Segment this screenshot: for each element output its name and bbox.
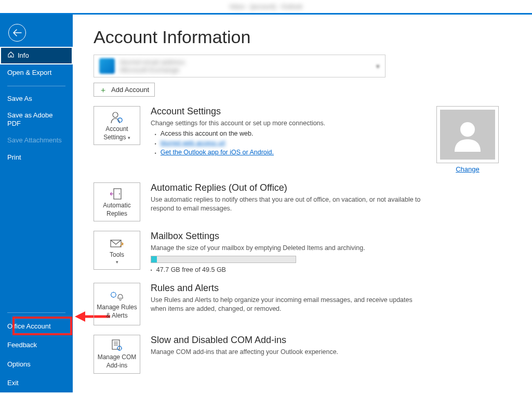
- person-gear-icon: [109, 111, 125, 124]
- section-heading-account-settings: Account Settings: [151, 106, 421, 117]
- sidebar-divider: [7, 312, 65, 313]
- chevron-down-icon: ▾: [376, 62, 380, 70]
- automatic-replies-button[interactable]: Automatic Replies: [94, 182, 140, 221]
- account-type-icon: [99, 58, 115, 74]
- section-heading-mailbox-settings: Mailbox Settings: [151, 231, 421, 242]
- sidebar-item-label: Print: [7, 153, 21, 162]
- sidebar-item-label: Save as Adobe PDF: [7, 111, 65, 128]
- sidebar-item-options[interactable]: Options: [0, 355, 73, 374]
- avatar-placeholder-icon: [440, 110, 495, 160]
- section-desc: Manage COM add-ins that are affecting yo…: [151, 348, 421, 357]
- sidebar-item-save-as[interactable]: Save As: [0, 90, 73, 107]
- sidebar-item-label: Save As: [7, 95, 32, 103]
- section-desc: Manage the size of your mailbox by empty…: [151, 244, 421, 253]
- sidebar-item-office-account[interactable]: Office Account: [0, 317, 73, 336]
- window-title-text: Inbox - [account] - Outlook: [230, 3, 303, 10]
- plus-icon: ＋: [99, 86, 107, 94]
- svg-point-4: [460, 122, 475, 137]
- account-photo-frame: [436, 106, 499, 163]
- sidebar-item-feedback[interactable]: Feedback: [0, 336, 73, 354]
- account-picker-text: blurred email address Microsoft Exchange: [120, 58, 380, 74]
- home-icon: [7, 51, 15, 60]
- page-title: Account Information: [94, 27, 511, 47]
- owa-link[interactable]: blurred web access url: [161, 139, 225, 147]
- get-outlook-app-link[interactable]: Get the Outlook app for iOS or Android.: [161, 149, 274, 156]
- sidebar-item-label: Options: [7, 360, 31, 369]
- content-area: Account Information blurred email addres…: [73, 15, 532, 392]
- bullet-text: Access this account on the web.: [161, 130, 254, 137]
- svg-point-2: [113, 112, 118, 117]
- tools-button[interactable]: Tools ▾: [94, 231, 140, 270]
- sidebar-divider: [7, 86, 65, 86]
- backstage-sidebar: Info Open & Export Save As Save as Adobe…: [0, 15, 73, 392]
- add-account-button[interactable]: ＋ Add Account: [94, 83, 155, 97]
- out-of-office-icon: [109, 187, 125, 201]
- back-button[interactable]: [8, 24, 26, 42]
- sidebar-item-save-attachments: Save Attachments: [0, 132, 73, 149]
- sidebar-item-exit[interactable]: Exit: [0, 374, 73, 392]
- sidebar-item-save-adobe-pdf[interactable]: Save as Adobe PDF: [0, 107, 73, 133]
- sidebar-item-label: Exit: [7, 379, 19, 387]
- manage-rules-button[interactable]: Manage Rules & Alerts: [94, 283, 140, 325]
- mailbox-tools-icon: [109, 237, 125, 250]
- window-titlebar: Inbox - [account] - Outlook: [0, 0, 532, 15]
- rules-alerts-icon: [109, 289, 125, 303]
- svg-point-6: [119, 193, 120, 194]
- section-desc: Use automatic replies to notify others t…: [151, 195, 421, 213]
- sidebar-item-label: Save Attachments: [7, 136, 62, 145]
- sidebar-item-print[interactable]: Print: [0, 149, 73, 166]
- account-dropdown[interactable]: blurred email address Microsoft Exchange…: [94, 55, 385, 77]
- sidebar-item-label: Open & Export: [7, 69, 51, 77]
- sidebar-item-label: Office Account: [7, 322, 51, 331]
- section-heading-com-addins: Slow and Disabled COM Add-ins: [151, 335, 421, 346]
- section-heading-rules-alerts: Rules and Alerts: [151, 283, 421, 294]
- sidebar-item-info[interactable]: Info: [0, 47, 73, 64]
- addins-icon: [109, 339, 125, 352]
- account-settings-button[interactable]: Account Settings ▾: [94, 106, 140, 145]
- sidebar-item-label: Feedback: [7, 341, 37, 349]
- section-desc: Change settings for this account or set …: [151, 119, 421, 128]
- sidebar-item-label: Info: [18, 51, 29, 60]
- add-account-label: Add Account: [111, 86, 149, 94]
- mailbox-usage-bar: [151, 256, 296, 263]
- back-arrow-icon: [12, 29, 22, 36]
- change-photo-link[interactable]: Change: [456, 165, 480, 173]
- manage-com-addins-button[interactable]: Manage COM Add-ins: [94, 335, 140, 374]
- sidebar-item-open-export[interactable]: Open & Export: [0, 64, 73, 81]
- chevron-down-icon: ▾: [128, 135, 130, 140]
- mailbox-free-text: 47.7 GB free of 49.5 GB: [151, 266, 421, 273]
- section-heading-automatic-replies: Automatic Replies (Out of Office): [151, 182, 421, 193]
- svg-rect-9: [112, 340, 119, 349]
- chevron-down-icon: ▾: [116, 259, 118, 265]
- section-desc: Use Rules and Alerts to help organize yo…: [151, 296, 421, 313]
